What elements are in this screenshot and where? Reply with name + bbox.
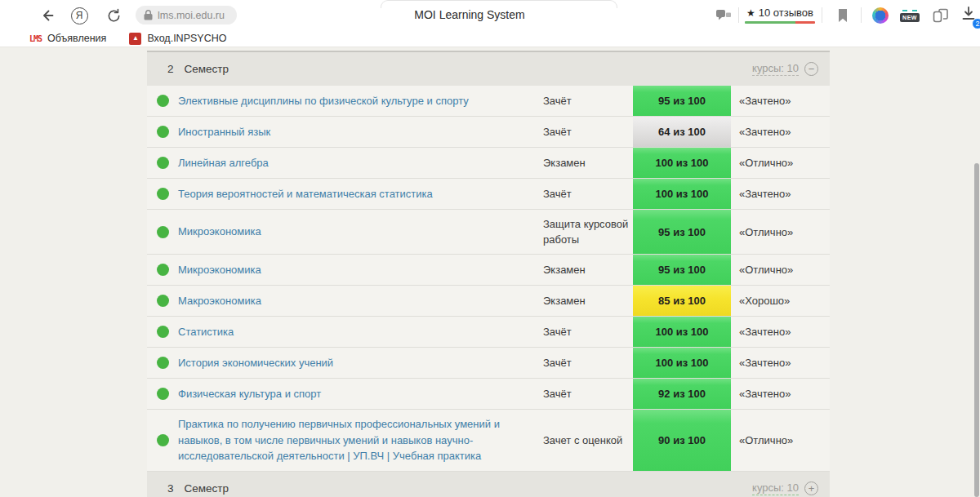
score-badge: 64 из 100 bbox=[633, 117, 731, 147]
status-cell bbox=[147, 410, 178, 471]
grade-text: «Отлично» bbox=[731, 148, 830, 178]
status-dot-icon bbox=[157, 126, 169, 138]
course-link[interactable]: Макроэкономика bbox=[178, 286, 543, 316]
score-badge: 100 из 100 bbox=[633, 317, 731, 347]
site-reviews-button[interactable]: ★ 10 отзывов bbox=[745, 7, 815, 24]
score-badge: 95 из 100 bbox=[633, 86, 731, 116]
assessment-type: Экзамен bbox=[543, 148, 633, 178]
course-link[interactable]: Статистика bbox=[178, 317, 543, 347]
grade-text: «Зачтено» bbox=[731, 348, 830, 378]
lms-favicon: LMS bbox=[29, 34, 42, 43]
grade-text: «Отлично» bbox=[731, 255, 830, 285]
course-link[interactable]: История экономических учений bbox=[178, 348, 543, 378]
table-row: Элективные дисциплины по физической куль… bbox=[147, 86, 830, 117]
vertical-scrollbar[interactable] bbox=[974, 163, 979, 497]
assessment-type: Зачёт bbox=[543, 317, 633, 347]
status-cell bbox=[147, 117, 178, 147]
status-dot-icon bbox=[157, 295, 169, 307]
extension-button[interactable] bbox=[871, 6, 890, 25]
assessment-type: Зачёт bbox=[543, 348, 633, 378]
downloads-button[interactable]: 2 bbox=[960, 6, 980, 27]
score-badge: 100 из 100 bbox=[633, 348, 731, 378]
courses-count-link[interactable]: курсы: 10 bbox=[752, 62, 799, 76]
reviews-count-label: 10 отзывов bbox=[759, 7, 813, 19]
status-dot-icon bbox=[157, 188, 169, 200]
status-cell bbox=[147, 210, 178, 254]
capture-frame-icon bbox=[902, 10, 917, 11]
status-dot-icon bbox=[157, 388, 169, 400]
site-feedback-button[interactable] bbox=[714, 6, 733, 25]
courses-count-link[interactable]: курсы: 10 bbox=[752, 481, 799, 495]
downloads-count-badge: 2 bbox=[972, 18, 980, 29]
chat-bubbles-icon bbox=[715, 8, 732, 23]
course-link[interactable]: Теория вероятностей и математическая ста… bbox=[178, 179, 543, 209]
course-link[interactable]: Иностранный язык bbox=[178, 117, 543, 147]
toolbar-divider bbox=[738, 7, 739, 23]
score-badge: 100 из 100 bbox=[633, 148, 731, 178]
browser-tab[interactable] bbox=[381, 0, 617, 8]
assessment-type: Зачет с оценкой bbox=[543, 410, 633, 471]
table-row: История экономических учений Зачёт 100 и… bbox=[147, 348, 830, 379]
status-dot-icon bbox=[157, 157, 169, 169]
bookmark-item-announcements[interactable]: LMS Объявления bbox=[29, 33, 106, 44]
collapse-section-button[interactable]: − bbox=[804, 62, 818, 76]
course-link[interactable]: Практика по получению первичных професси… bbox=[178, 410, 543, 471]
grades-table: 2 Семестр курсы: 10 − Элективные дисципл… bbox=[147, 51, 830, 497]
course-link[interactable]: Физическая культура и спорт bbox=[178, 379, 543, 409]
page-content: 2 Семестр курсы: 10 − Элективные дисципл… bbox=[0, 47, 980, 497]
status-cell bbox=[147, 348, 178, 378]
expand-section-button[interactable]: + bbox=[804, 481, 818, 495]
semester-3-header: 3 Семестр курсы: 10 + bbox=[147, 472, 830, 497]
assessment-type: Экзамен bbox=[543, 255, 633, 285]
course-link[interactable]: Элективные дисциплины по физической куль… bbox=[178, 86, 543, 116]
status-cell bbox=[147, 148, 178, 178]
status-cell bbox=[147, 179, 178, 209]
course-link[interactable]: Линейная алгебра bbox=[178, 148, 543, 178]
assessment-type: Экзамен bbox=[543, 286, 633, 316]
bookmark-page-button[interactable] bbox=[833, 6, 853, 25]
table-row: Макроэкономика Экзамен 85 из 100 «Хорошо… bbox=[147, 286, 830, 317]
table-row: Физическая культура и спорт Зачёт 92 из … bbox=[147, 379, 830, 410]
screenshot-extension-button[interactable]: NEW bbox=[900, 6, 920, 25]
bookmarks-bar: LMS Объявления ▲ Вход.INPSYCHO bbox=[0, 30, 980, 47]
inpsycho-favicon: ▲ bbox=[129, 33, 141, 45]
semester-title: Семестр bbox=[185, 482, 229, 495]
status-dot-icon bbox=[157, 357, 169, 369]
grade-text: «Зачтено» bbox=[731, 317, 830, 347]
course-link[interactable]: Микроэкономика bbox=[178, 210, 543, 254]
assessment-type: Зачёт bbox=[543, 86, 633, 116]
score-badge: 100 из 100 bbox=[633, 179, 731, 209]
semester-title: Семестр bbox=[185, 63, 229, 75]
semester-number: 2 bbox=[167, 63, 174, 75]
score-badge: 92 из 100 bbox=[633, 379, 731, 409]
status-dot-icon bbox=[157, 264, 169, 276]
collections-button[interactable] bbox=[931, 6, 951, 25]
status-dot-icon bbox=[157, 226, 169, 238]
assessment-type: Зачёт bbox=[543, 379, 633, 409]
table-row: Статистика Зачёт 100 из 100 «Зачтено» bbox=[147, 317, 830, 348]
grade-text: «Отлично» bbox=[731, 210, 830, 254]
status-dot-icon bbox=[157, 95, 169, 107]
new-badge: NEW bbox=[900, 13, 920, 22]
toolbar-divider bbox=[822, 7, 822, 23]
status-cell bbox=[147, 86, 178, 116]
status-cell bbox=[147, 379, 178, 409]
score-badge: 95 из 100 bbox=[633, 210, 731, 254]
course-link[interactable]: Микроэкономика bbox=[178, 255, 543, 285]
score-badge: 90 из 100 bbox=[633, 410, 731, 471]
new-feature-icon: NEW bbox=[900, 10, 920, 22]
score-badge: 85 из 100 bbox=[633, 286, 731, 316]
table-row: Практика по получению первичных професси… bbox=[147, 410, 830, 472]
browser-toolbar: Я lms.moi.edu.ru MOI Learning System ★ 1… bbox=[0, 0, 980, 30]
bookmark-flag-icon bbox=[837, 8, 849, 23]
grade-text: «Отлично» bbox=[731, 410, 830, 471]
status-dot-icon bbox=[157, 326, 169, 338]
colorful-extension-icon bbox=[872, 7, 889, 24]
grade-text: «Зачтено» bbox=[731, 86, 830, 116]
status-cell bbox=[147, 286, 178, 316]
grade-text: «Зачтено» bbox=[731, 179, 830, 209]
grade-text: «Зачтено» bbox=[731, 117, 830, 147]
bookmark-item-inpsycho[interactable]: ▲ Вход.INPSYCHO bbox=[129, 33, 226, 45]
reviews-rating-bar bbox=[745, 21, 815, 24]
status-dot-icon bbox=[157, 434, 169, 446]
